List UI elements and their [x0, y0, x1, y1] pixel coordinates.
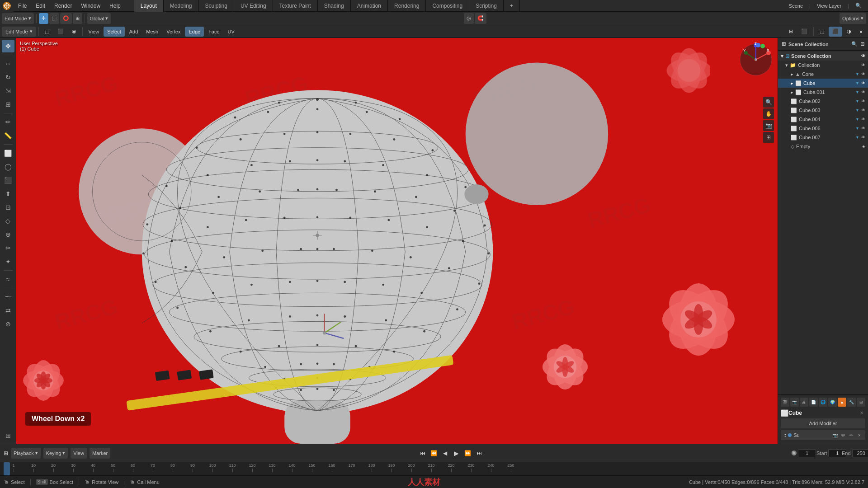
move-tool[interactable]: ↔ [2, 57, 14, 70]
cube001-visibility-icon[interactable]: ▼ [855, 90, 859, 94]
cube003-restrict-icon[interactable]: 👁 [861, 108, 865, 113]
cube006-restrict-icon[interactable]: 👁 [861, 126, 865, 131]
empty-restrict-icon[interactable]: ◈ [862, 144, 865, 149]
crease-tool[interactable]: 〰 [2, 291, 14, 303]
outliner-item-cube006[interactable]: ⬜ Cube.006 ▼ 👁 [778, 124, 868, 133]
tab-sculpting[interactable]: Sculpting [199, 0, 234, 12]
mesh-menu-btn[interactable]: Mesh [142, 27, 162, 37]
outliner-item-cube001[interactable]: ▸ ⬜ Cube.001 ▼ 👁 [778, 88, 868, 97]
cube-visibility-icon[interactable]: ▼ [855, 81, 859, 85]
scene-icon-btn[interactable]: ⊞ [2, 429, 14, 442]
cursor-tool-btn[interactable]: ✛ [39, 13, 48, 24]
outliner-item-scene-collection[interactable]: ▾ ⊡ Scene Collection 👁 [778, 52, 868, 61]
viewport-shading-btn[interactable]: ⬚ [41, 27, 53, 37]
global-space-btn[interactable]: Global ▾ [87, 13, 111, 24]
cube007-restrict-icon[interactable]: 👁 [861, 135, 865, 140]
prop-output-tab[interactable]: 🖨 [800, 398, 808, 407]
wireframe-btn[interactable]: ⬚ [816, 27, 828, 37]
render-btn[interactable]: ● [856, 27, 866, 37]
knife-tool[interactable]: ✂ [2, 242, 14, 254]
overlay-btn[interactable]: ⊞ [785, 27, 797, 37]
reverse-play-btn[interactable]: ◀ [440, 448, 450, 458]
add-cube-tool[interactable]: ⬜ [2, 147, 14, 160]
vp-camera-btn[interactable]: 📷 [763, 120, 774, 131]
prop-scene-tab2[interactable]: 🌐 [819, 398, 827, 407]
vp-zoom-in-btn[interactable]: 🔍 [763, 97, 774, 108]
edge-menu-btn[interactable]: Edge [185, 27, 204, 37]
cube007-visibility-icon[interactable]: ▼ [855, 135, 859, 140]
timeline-menu-icon[interactable]: ⊞ [4, 450, 8, 456]
outliner-item-empty[interactable]: ◇ Empty ◈ [778, 142, 868, 151]
measure-tool[interactable]: 📏 [2, 129, 14, 142]
modifier-item-subdivision[interactable]: :: Su 📷 👁 ✏ × [781, 430, 865, 440]
cube002-restrict-icon[interactable]: 👁 [861, 99, 865, 103]
inset-tool[interactable]: ⊡ [2, 201, 14, 214]
tab-animation[interactable]: Animation [351, 0, 388, 12]
add-menu-btn[interactable]: Add [126, 27, 142, 37]
play-pause-btn[interactable]: ▶ [452, 448, 462, 458]
add-sphere-tool[interactable]: ◯ [2, 160, 14, 173]
tab-texture-paint[interactable]: Texture Paint [273, 0, 318, 12]
prop-render-tab[interactable]: 📷 [790, 398, 799, 407]
tab-shading[interactable]: Shading [318, 0, 351, 12]
bevel-tool[interactable]: ◇ [2, 215, 14, 227]
outliner-item-collection[interactable]: ▾ 📁 Collection 👁 [778, 61, 868, 70]
edit-mode-btn[interactable]: Edit Mode ▾ [2, 27, 36, 37]
modifier-toggle-edit-btn[interactable]: ✏ [848, 432, 854, 438]
jump-start-btn[interactable]: ⏮ [418, 448, 428, 458]
modifier-delete-btn[interactable]: × [856, 432, 863, 438]
extrude-tool[interactable]: ⬆ [2, 188, 14, 200]
prop-particles-tab[interactable]: ⊞ [857, 398, 865, 407]
cube002-visibility-icon[interactable]: ▼ [855, 99, 859, 103]
outliner-item-cone[interactable]: ▸ ▲ Cone ▼ 👁 [778, 70, 868, 79]
prop-scene-tab[interactable]: 🎬 [781, 398, 789, 407]
menu-edit[interactable]: Edit [31, 0, 50, 12]
shrink-tool[interactable]: ⊘ [2, 318, 14, 330]
modifier-toggle-view-btn[interactable]: 👁 [840, 432, 846, 438]
menu-window[interactable]: Window [76, 0, 105, 12]
step-forward-btn[interactable]: ⏩ [463, 448, 473, 458]
viewport-shading-mat-btn[interactable]: ◉ [68, 27, 80, 37]
vertex-menu-btn[interactable]: Vertex [163, 27, 184, 37]
annotate-tool[interactable]: ✏ [2, 116, 14, 128]
end-frame-input[interactable] [852, 449, 868, 457]
tab-add[interactable]: + [504, 0, 520, 12]
viewport[interactable]: RRCG RRCG RRCG RRCG RRCG RRCG RRCG RRCG … [16, 38, 778, 444]
tab-rendering[interactable]: Rendering [388, 0, 426, 12]
outliner-item-cube007[interactable]: ⬜ Cube.007 ▼ 👁 [778, 133, 868, 142]
outliner-filter-icon[interactable]: ⊡ [860, 41, 864, 47]
scene-selector[interactable]: Scene [787, 3, 805, 9]
view-layer-selector[interactable]: View Layer [815, 3, 843, 9]
menu-render[interactable]: Render [50, 0, 76, 12]
loop-cut-tool[interactable]: ⊕ [2, 228, 14, 241]
jump-end-btn[interactable]: ⏭ [474, 448, 484, 458]
mode-selector-btn[interactable]: Edit Mode ▾ [2, 13, 34, 24]
scale-tool[interactable]: ⇲ [2, 84, 14, 97]
playback-menu-btn[interactable]: Playback ▾ [11, 448, 41, 459]
tab-compositing[interactable]: Compositing [426, 0, 469, 12]
outliner-item-cube003[interactable]: ⬜ Cube.003 ▼ 👁 [778, 106, 868, 115]
prop-modifiers-tab[interactable]: 🔧 [847, 398, 856, 407]
menu-help[interactable]: Help [105, 0, 125, 12]
cube-restrict-icon[interactable]: 👁 [861, 81, 865, 85]
cube006-visibility-icon[interactable]: ▼ [855, 126, 859, 131]
outliner-item-cube002[interactable]: ⬜ Cube.002 ▼ 👁 [778, 97, 868, 106]
xray-btn[interactable]: ⬛ [797, 27, 811, 37]
step-back-btn[interactable]: ⏪ [429, 448, 439, 458]
lasso-tool-btn[interactable]: ⭕ [60, 13, 72, 24]
viewport-shading-solid-btn[interactable]: ⬛ [54, 27, 67, 37]
scene-collection-visibility-icon[interactable]: 👁 [861, 54, 865, 58]
cube004-visibility-icon[interactable]: ▼ [855, 117, 859, 122]
options-btn[interactable]: Options ▾ [840, 13, 866, 24]
outliner-item-cube[interactable]: ▸ ⬜ Cube ▼ 👁 [778, 79, 868, 88]
cube003-visibility-icon[interactable]: ▼ [855, 108, 859, 113]
menu-file[interactable]: File [14, 0, 31, 12]
uv-menu-btn[interactable]: UV [224, 27, 238, 37]
snap-btn[interactable]: 🧲 [475, 13, 486, 24]
prop-world-tab[interactable]: 🌍 [828, 398, 837, 407]
keying-menu-btn[interactable]: Keying ▾ [43, 448, 68, 459]
polypen-tool[interactable]: ✦ [2, 255, 14, 268]
tab-scripting[interactable]: Scripting [469, 0, 504, 12]
add-modifier-btn[interactable]: Add Modifier [781, 418, 865, 428]
select-tool-btn[interactable]: ⬚ [49, 13, 59, 24]
